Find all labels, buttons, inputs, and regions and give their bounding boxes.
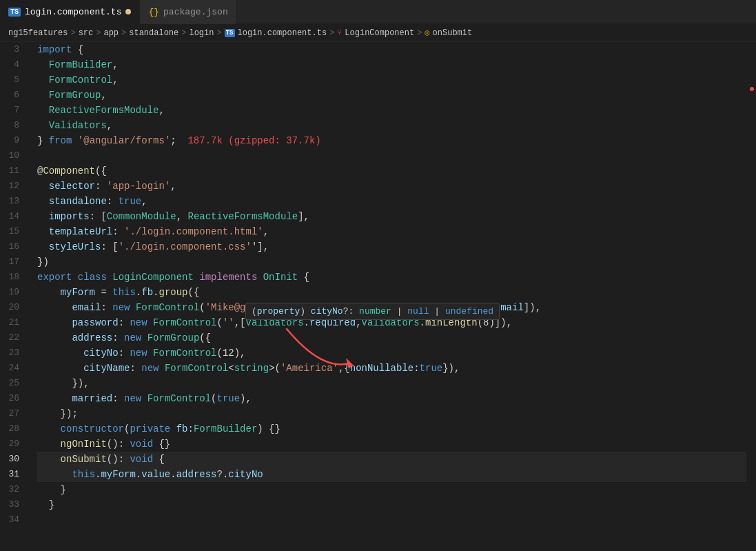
bc-classname: LoginComponent: [345, 28, 414, 38]
bc-sep3: >: [121, 28, 126, 38]
bc-method: onSubmit: [433, 28, 473, 38]
code-line-25: }),: [37, 376, 746, 391]
editor: 3 4 5 6 7 8 9 10 11 12 13 14 15 16 17 18…: [0, 42, 756, 551]
bc-sep1: >: [70, 28, 75, 38]
code-line-28: constructor(private fb:FormBuilder) {}: [37, 421, 746, 437]
code-line-10: [37, 148, 746, 163]
code-line-34: [37, 512, 746, 528]
code-line-16: styleUrls: ['./login.component.css''],: [37, 239, 746, 254]
bc-comp-icon: ⑂: [337, 28, 342, 38]
code-line-20: email: new FormControl('Mike@gmail.com',…: [37, 300, 746, 315]
code-line-3: import {: [37, 42, 746, 57]
ln-14: 14: [0, 209, 25, 224]
ln-33: 33: [0, 497, 25, 512]
code-line-23: cityNo: new FormControl(12),: [37, 345, 746, 361]
ln-31: 31: [0, 467, 25, 482]
code-line-11: @Component({: [37, 163, 746, 179]
code-content[interactable]: import { FormBuilder, FormControl, FormG…: [32, 42, 746, 551]
ln-16: 16: [0, 239, 25, 254]
ln-27: 27: [0, 406, 25, 421]
ln-21: 21: [0, 315, 25, 330]
breadcrumb: ng15features > src > app > standalone > …: [0, 24, 756, 42]
ln-25: 25: [0, 376, 25, 391]
code-line-12: selector: 'app-login',: [37, 179, 746, 194]
scrollbar-error-indicator: [750, 87, 754, 91]
tab-package-label: package.json: [163, 7, 228, 17]
code-line-30: onSubmit(): void {: [37, 452, 746, 467]
bc-filename: login.component.ts: [238, 28, 327, 38]
ln-32: 32: [0, 482, 25, 497]
tab-login-component[interactable]: TS login.component.ts: [0, 0, 140, 24]
code-line-5: FormControl,: [37, 72, 746, 88]
code-line-27: });: [37, 406, 746, 421]
code-line-26: married: new FormControl(true),: [37, 391, 746, 406]
json-icon: {}: [148, 7, 159, 17]
ln-29: 29: [0, 437, 25, 452]
code-line-13: standalone: true,: [37, 194, 746, 209]
code-line-8: Validators,: [37, 118, 746, 133]
ln-15: 15: [0, 224, 25, 239]
ln-20: 20: [0, 300, 25, 315]
bc-src: src: [79, 28, 94, 38]
ln-18: 18: [0, 270, 25, 285]
bc-fn-icon: ◎: [425, 28, 429, 38]
ln-22: 22: [0, 330, 25, 345]
ln-12: 12: [0, 179, 25, 194]
code-line-15: templateUrl: './login.component.html',: [37, 224, 746, 239]
ln-5: 5: [0, 72, 25, 88]
code-line-33: }: [37, 497, 746, 512]
code-line-18: export class LoginComponent implements O…: [37, 270, 746, 285]
line-numbers: 3 4 5 6 7 8 9 10 11 12 13 14 15 16 17 18…: [0, 42, 32, 551]
scrollbar[interactable]: [746, 42, 756, 551]
code-line-9: } from '@angular/forms'; 187.7k (gzipped…: [37, 133, 746, 148]
bc-sep7: >: [417, 28, 422, 38]
code-line-19: myForm = this.fb.group({: [37, 285, 746, 300]
ln-13: 13: [0, 194, 25, 209]
ln-30: 30: [0, 452, 25, 467]
bc-ng15features: ng15features: [8, 28, 68, 38]
code-line-24: cityName: new FormControl<string>('Ameir…: [37, 361, 746, 376]
tab-login-label: login.component.ts: [25, 7, 121, 17]
tab-package-json[interactable]: {} package.json: [140, 0, 236, 24]
code-line-17: }): [37, 254, 746, 270]
code-line-7: ReactiveFormsModule,: [37, 103, 746, 118]
ln-19: 19: [0, 285, 25, 300]
ln-17: 17: [0, 254, 25, 270]
tab-modified-dot: [125, 9, 131, 14]
ln-24: 24: [0, 361, 25, 376]
ln-6: 6: [0, 88, 25, 103]
bc-app: app: [103, 28, 119, 38]
code-line-22: address: new FormGroup({: [37, 330, 746, 345]
code-line-14: imports: [CommonModule, ReactiveFormsMod…: [37, 209, 746, 224]
bc-sep6: >: [329, 28, 334, 38]
ln-7: 7: [0, 103, 25, 118]
code-line-32: }: [37, 482, 746, 497]
bc-login: login: [189, 28, 214, 38]
code-line-31: this.myForm.value.address?.cityNo: [37, 467, 746, 482]
ln-3: 3: [0, 42, 25, 57]
ln-11: 11: [0, 163, 25, 179]
code-line-29: ngOnInit(): void {}: [37, 437, 746, 452]
ln-34: 34: [0, 512, 25, 528]
bc-standalone: standalone: [129, 28, 178, 38]
bc-ts-icon: TS: [225, 29, 235, 37]
tab-bar: TS login.component.ts {} package.json: [0, 0, 756, 24]
ln-4: 4: [0, 57, 25, 72]
bc-sep4: >: [181, 28, 186, 38]
bc-sep5: >: [216, 28, 221, 38]
ln-9: 9: [0, 133, 25, 148]
code-line-21: password: new FormControl('',[Validators…: [37, 315, 746, 330]
ln-8: 8: [0, 118, 25, 133]
ln-10: 10: [0, 148, 25, 163]
ln-28: 28: [0, 421, 25, 437]
code-line-4: FormBuilder,: [37, 57, 746, 72]
code-line-6: FormGroup,: [37, 88, 746, 103]
ln-23: 23: [0, 345, 25, 361]
bc-sep2: >: [96, 28, 101, 38]
ts-icon: TS: [8, 8, 21, 17]
ln-26: 26: [0, 391, 25, 406]
